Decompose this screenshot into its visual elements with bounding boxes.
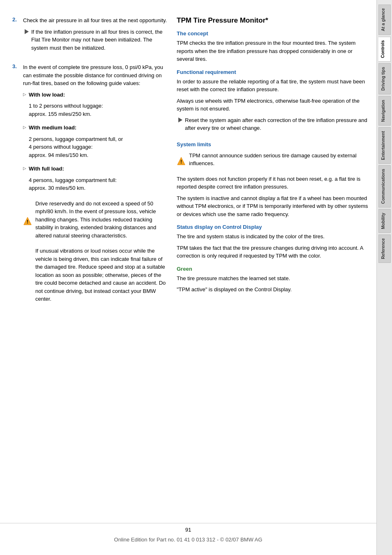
warning-text-2: If unusual vibrations or loud noises occ… — [35, 247, 168, 303]
warning-box-2: If unusual vibrations or loud noises occ… — [23, 247, 168, 306]
system-limits-warning-icon: ! — [177, 152, 186, 171]
item-2-text: Check the air pressure in all four tires… — [23, 16, 168, 25]
sidebar-tab-driving-tips[interactable]: Driving tips — [378, 63, 391, 94]
sub-item-3-detail: 4 persons, luggage compartment full:appr… — [29, 176, 168, 192]
sub-item-2-detail: 2 persons, luggage compartment full, or4… — [29, 135, 168, 159]
system-limits-heading: System limits — [177, 141, 368, 147]
sub-item-1-label: With low load: — [29, 91, 168, 99]
svg-text:!: ! — [27, 219, 28, 225]
sub-item-3-content: With full load: 4 persons, luggage compa… — [29, 165, 168, 196]
green-paragraph-2: "TPM active" is displayed on the Control… — [177, 286, 368, 294]
functional-note-text: Reset the system again after each correc… — [185, 116, 368, 132]
item-number-3: 3. — [12, 63, 20, 311]
note-triangle-icon — [25, 29, 29, 34]
green-paragraph-1: The tire pressure matches the learned se… — [177, 274, 368, 283]
sidebar-tab-at-a-glance[interactable]: At a glance — [378, 5, 391, 35]
concept-heading: The concept — [177, 30, 368, 37]
right-column: TPM Tire Pressure Monitor* The concept T… — [177, 16, 368, 539]
item-number-2: 2. — [12, 16, 20, 58]
warning-icon-1: ! — [23, 200, 32, 243]
system-limits-paragraph-2: The system is inactive and cannot displa… — [177, 194, 368, 219]
sub-item-2-content: With medium load: 2 persons, luggage com… — [29, 124, 168, 162]
status-display-paragraph-1: The tire and system status is indicated … — [177, 233, 368, 241]
svg-text:!: ! — [180, 159, 182, 165]
item-3-content: In the event of complete tire pressure l… — [23, 63, 168, 311]
copyright-text: Online Edition for Part no. 01 41 0 013 … — [0, 536, 376, 544]
sub-triangle-icon-2: ▷ — [23, 125, 26, 162]
sidebar-tab-mobility[interactable]: Mobility — [378, 209, 391, 233]
main-section-title: TPM Tire Pressure Monitor* — [177, 16, 368, 25]
sub-item-1-detail: 1 to 2 persons without luggage:approx. 1… — [29, 102, 168, 118]
functional-paragraph-1: In order to assure the reliable reportin… — [177, 78, 368, 94]
sidebar-tab-communications[interactable]: Communications — [378, 165, 391, 207]
functional-heading: Functional requirement — [177, 69, 368, 75]
warning-icon-2-spacer — [23, 247, 32, 306]
system-limits-warning-box: ! TPM cannot announce sudden serious tir… — [177, 152, 368, 171]
sub-item-3-label: With full load: — [29, 165, 168, 173]
sub-item-1-content: With low load: 1 to 2 persons without lu… — [29, 91, 168, 122]
functional-paragraph-2: Always use wheels with TPM electronics, … — [177, 97, 368, 113]
concept-paragraph-1: TPM checks the tire inflation pressure i… — [177, 39, 368, 63]
functional-note-triangle — [178, 117, 182, 122]
sub-item-full-load: ▷ With full load: 4 persons, luggage com… — [23, 165, 168, 196]
page-number: 91 — [0, 526, 376, 534]
sub-triangle-icon-1: ▷ — [23, 92, 26, 122]
system-limits-warning-text: TPM cannot announce sudden serious tire … — [189, 152, 368, 168]
system-limits-paragraph-1: The system does not function properly if… — [177, 175, 368, 191]
sub-item-2-label: With medium load: — [29, 124, 168, 132]
status-display-heading: Status display on Control Display — [177, 224, 368, 230]
sub-item-medium-load: ▷ With medium load: 2 persons, luggage c… — [23, 124, 168, 162]
status-display-paragraph-2: TPM takes the fact that the tire pressur… — [177, 244, 368, 260]
sub-item-low-load: ▷ With low load: 1 to 2 persons without … — [23, 91, 168, 122]
item-2-content: Check the air pressure in all four tires… — [23, 16, 168, 58]
sidebar-tab-navigation[interactable]: Navigation — [378, 96, 391, 126]
left-column: 2. Check the air pressure in all four ti… — [12, 16, 168, 539]
item-2-note: If the tire inflation pressure in all fo… — [31, 28, 168, 52]
item-2-note-box: If the tire inflation pressure in all fo… — [23, 28, 168, 55]
sidebar: At a glance Controls Driving tips Naviga… — [376, 0, 392, 555]
functional-note-box: Reset the system again after each correc… — [177, 116, 368, 136]
green-heading: Green — [177, 266, 368, 272]
warning-box-1: ! Drive reservedly and do not exceed a s… — [23, 200, 168, 243]
sub-triangle-icon-3: ▷ — [23, 166, 26, 196]
list-item-3: 3. In the event of complete tire pressur… — [12, 63, 168, 311]
sidebar-tab-reference[interactable]: Reference — [378, 235, 391, 263]
list-item-2: 2. Check the air pressure in all four ti… — [12, 16, 168, 58]
sidebar-tab-controls[interactable]: Controls — [378, 37, 391, 62]
footer: 91 Online Edition for Part no. 01 41 0 0… — [0, 523, 376, 547]
warning-text-1: Drive reservedly and do not exceed a spe… — [35, 200, 168, 240]
sidebar-tab-entertainment[interactable]: Entertainment — [378, 127, 391, 164]
item-3-text: In the event of complete tire pressure l… — [23, 63, 168, 88]
